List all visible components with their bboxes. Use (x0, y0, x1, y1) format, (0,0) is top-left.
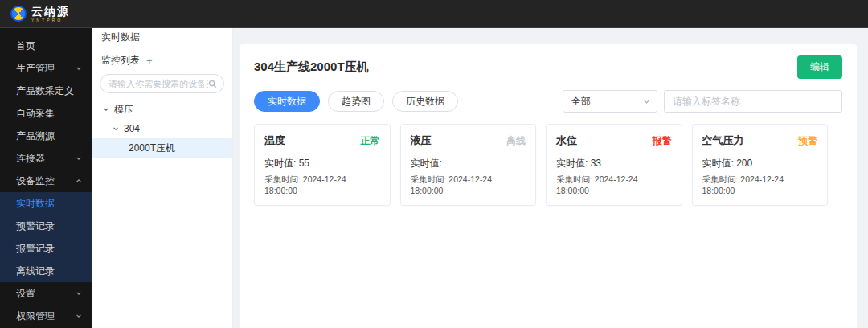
sidebar-item-alarm-records[interactable]: 报警记录 (0, 237, 92, 260)
logo-icon (10, 6, 27, 22)
app-logo: 云纳源 YNYPRO (10, 6, 70, 23)
metric-card-hydraulic[interactable]: 液压 离线 实时值: 采集时间: 2024-12-24 18:00:00 (400, 124, 537, 206)
metric-value: 55 (299, 158, 309, 169)
sidebar-item-production-mgmt[interactable]: 生产管理 (0, 57, 92, 80)
sidebar-item-settings[interactable]: 设置 (0, 282, 92, 305)
metric-card-air-pressure[interactable]: 空气压力 预警 实时值: 200 采集时间: 2024-12-24 18:00:… (692, 124, 829, 206)
sidebar-item-product-daq-definition[interactable]: 产品数采定义 (0, 80, 92, 102)
metric-value: 200 (736, 158, 752, 169)
status-badge: 预警 (798, 134, 817, 148)
metric-value: 33 (591, 158, 601, 169)
metric-card-row: 温度 正常 实时值: 55 采集时间: 2024-12-24 18:00:00 … (254, 124, 828, 206)
status-badge: 报警 (653, 134, 672, 148)
chevron-up-icon (76, 178, 82, 184)
chevron-down-icon (76, 290, 82, 297)
device-search-input[interactable] (108, 79, 208, 88)
status-badge: 正常 (361, 134, 380, 148)
metric-card-temperature[interactable]: 温度 正常 实时值: 55 采集时间: 2024-12-24 18:00:00 (254, 124, 391, 206)
device-search-box (100, 74, 224, 93)
chevron-down-icon (76, 155, 82, 162)
brand-name: 云纳源 (31, 6, 70, 17)
monitor-list-title: 监控列表 (101, 54, 140, 68)
sidebar-item-auto-collect[interactable]: 自动采集 (0, 102, 92, 125)
tree-node-group[interactable]: 模压 (92, 100, 232, 119)
status-badge: 离线 (506, 134, 526, 148)
tree-node-device-selected[interactable]: 2000T压机 (92, 138, 232, 158)
device-detail-card: 304生产线2000T压机 编辑 实时数据 趋势图 历史数据 全部 (240, 44, 857, 328)
tab-trend-chart[interactable]: 趋势图 (328, 91, 384, 112)
sidebar-item-device-monitor[interactable]: 设备监控 (0, 170, 92, 192)
sidebar-item-connectors[interactable]: 连接器 (0, 147, 92, 170)
tab-realtime-data[interactable]: 实时数据 (254, 91, 320, 112)
monitor-list-panel: 实时数据 监控列表 + 模压 304 2000T压机 (92, 28, 233, 328)
tree-node-line[interactable]: 304 (92, 119, 232, 138)
sidebar-item-home[interactable]: 首页 (0, 35, 92, 57)
page-title: 304生产线2000T压机 (254, 59, 369, 75)
chevron-down-icon (76, 313, 82, 319)
sidebar-item-realtime-data[interactable]: 实时数据 (0, 192, 92, 215)
edit-button[interactable]: 编辑 (797, 55, 842, 79)
sidebar-item-permission-mgmt[interactable]: 权限管理 (0, 305, 92, 327)
sidebar-nav: 首页 生产管理 产品数采定义 自动采集 产品溯源 连接器 设备监控 实时数据 (0, 28, 92, 328)
main-content: 304生产线2000T压机 编辑 实时数据 趋势图 历史数据 全部 (233, 28, 868, 328)
sidebar-submenu-device-monitor: 实时数据 预警记录 报警记录 离线记录 (0, 192, 92, 282)
brand-subtitle: YNYPRO (31, 18, 70, 23)
sidebar-item-product-trace[interactable]: 产品溯源 (0, 125, 92, 147)
chevron-down-icon (643, 98, 650, 105)
tag-name-input[interactable] (664, 90, 842, 113)
chevron-down-icon (76, 65, 82, 72)
metric-card-water-level[interactable]: 水位 报警 实时值: 33 采集时间: 2024-12-24 18:00:00 (546, 124, 682, 206)
status-filter-select[interactable]: 全部 (563, 90, 657, 113)
search-icon (208, 80, 217, 88)
view-tabs: 实时数据 趋势图 历史数据 (254, 91, 458, 112)
add-monitor-icon[interactable]: + (146, 55, 153, 67)
sidebar-item-warning-records[interactable]: 预警记录 (0, 215, 92, 237)
caret-down-icon (113, 125, 119, 132)
sidebar-item-offline-records[interactable]: 离线记录 (0, 260, 92, 282)
top-bar: 云纳源 YNYPRO (0, 0, 868, 28)
caret-down-icon (103, 106, 109, 113)
panel-tab-realtime-data[interactable]: 实时数据 (92, 28, 232, 47)
tab-history-data[interactable]: 历史数据 (392, 91, 458, 112)
